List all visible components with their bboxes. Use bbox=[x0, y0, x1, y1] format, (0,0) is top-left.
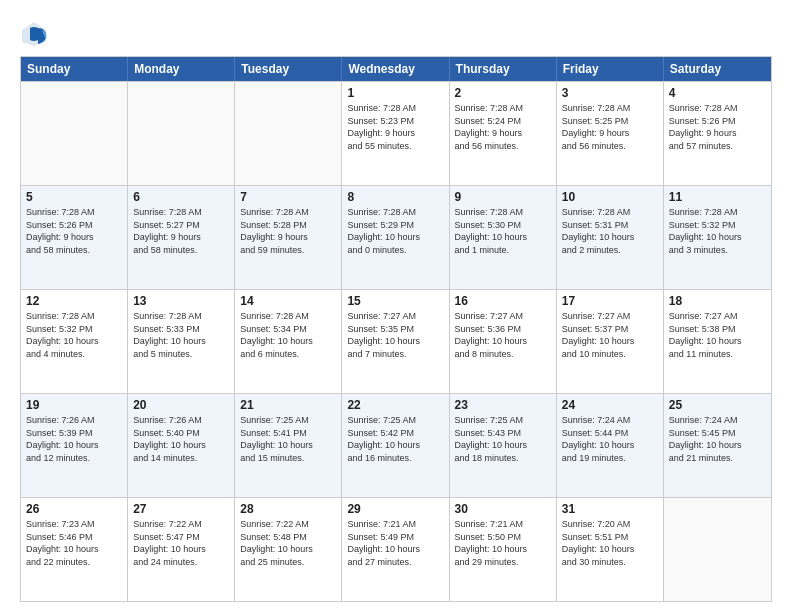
day-number: 3 bbox=[562, 86, 658, 100]
day-number: 29 bbox=[347, 502, 443, 516]
day-info: Sunrise: 7:25 AM Sunset: 5:41 PM Dayligh… bbox=[240, 414, 336, 464]
calendar-cell-w5-d3: 28Sunrise: 7:22 AM Sunset: 5:48 PM Dayli… bbox=[235, 498, 342, 601]
calendar-cell-w2-d5: 9Sunrise: 7:28 AM Sunset: 5:30 PM Daylig… bbox=[450, 186, 557, 289]
calendar-cell-w4-d1: 19Sunrise: 7:26 AM Sunset: 5:39 PM Dayli… bbox=[21, 394, 128, 497]
calendar-cell-w1-d6: 3Sunrise: 7:28 AM Sunset: 5:25 PM Daylig… bbox=[557, 82, 664, 185]
day-number: 8 bbox=[347, 190, 443, 204]
header-day-tuesday: Tuesday bbox=[235, 57, 342, 81]
calendar-row-2: 5Sunrise: 7:28 AM Sunset: 5:26 PM Daylig… bbox=[21, 185, 771, 289]
day-info: Sunrise: 7:28 AM Sunset: 5:32 PM Dayligh… bbox=[26, 310, 122, 360]
day-number: 12 bbox=[26, 294, 122, 308]
day-info: Sunrise: 7:28 AM Sunset: 5:28 PM Dayligh… bbox=[240, 206, 336, 256]
day-number: 27 bbox=[133, 502, 229, 516]
day-info: Sunrise: 7:24 AM Sunset: 5:44 PM Dayligh… bbox=[562, 414, 658, 464]
calendar-row-1: 1Sunrise: 7:28 AM Sunset: 5:23 PM Daylig… bbox=[21, 81, 771, 185]
calendar-cell-w4-d3: 21Sunrise: 7:25 AM Sunset: 5:41 PM Dayli… bbox=[235, 394, 342, 497]
day-number: 10 bbox=[562, 190, 658, 204]
calendar-cell-w2-d3: 7Sunrise: 7:28 AM Sunset: 5:28 PM Daylig… bbox=[235, 186, 342, 289]
page: SundayMondayTuesdayWednesdayThursdayFrid… bbox=[0, 0, 792, 612]
logo bbox=[20, 20, 52, 48]
day-info: Sunrise: 7:26 AM Sunset: 5:39 PM Dayligh… bbox=[26, 414, 122, 464]
day-info: Sunrise: 7:27 AM Sunset: 5:37 PM Dayligh… bbox=[562, 310, 658, 360]
day-number: 28 bbox=[240, 502, 336, 516]
day-info: Sunrise: 7:28 AM Sunset: 5:24 PM Dayligh… bbox=[455, 102, 551, 152]
calendar-cell-w4-d7: 25Sunrise: 7:24 AM Sunset: 5:45 PM Dayli… bbox=[664, 394, 771, 497]
day-number: 31 bbox=[562, 502, 658, 516]
day-number: 13 bbox=[133, 294, 229, 308]
day-info: Sunrise: 7:27 AM Sunset: 5:38 PM Dayligh… bbox=[669, 310, 766, 360]
calendar-cell-w3-d5: 16Sunrise: 7:27 AM Sunset: 5:36 PM Dayli… bbox=[450, 290, 557, 393]
header-day-thursday: Thursday bbox=[450, 57, 557, 81]
day-info: Sunrise: 7:28 AM Sunset: 5:30 PM Dayligh… bbox=[455, 206, 551, 256]
calendar-header: SundayMondayTuesdayWednesdayThursdayFrid… bbox=[21, 57, 771, 81]
day-info: Sunrise: 7:26 AM Sunset: 5:40 PM Dayligh… bbox=[133, 414, 229, 464]
calendar-cell-w2-d7: 11Sunrise: 7:28 AM Sunset: 5:32 PM Dayli… bbox=[664, 186, 771, 289]
calendar-cell-w5-d6: 31Sunrise: 7:20 AM Sunset: 5:51 PM Dayli… bbox=[557, 498, 664, 601]
logo-icon bbox=[20, 20, 48, 48]
calendar-cell-w4-d6: 24Sunrise: 7:24 AM Sunset: 5:44 PM Dayli… bbox=[557, 394, 664, 497]
calendar-cell-w3-d2: 13Sunrise: 7:28 AM Sunset: 5:33 PM Dayli… bbox=[128, 290, 235, 393]
calendar-row-5: 26Sunrise: 7:23 AM Sunset: 5:46 PM Dayli… bbox=[21, 497, 771, 601]
day-number: 24 bbox=[562, 398, 658, 412]
day-number: 17 bbox=[562, 294, 658, 308]
day-info: Sunrise: 7:28 AM Sunset: 5:31 PM Dayligh… bbox=[562, 206, 658, 256]
day-number: 11 bbox=[669, 190, 766, 204]
calendar-cell-w5-d7 bbox=[664, 498, 771, 601]
calendar-cell-w5-d4: 29Sunrise: 7:21 AM Sunset: 5:49 PM Dayli… bbox=[342, 498, 449, 601]
day-number: 30 bbox=[455, 502, 551, 516]
day-number: 9 bbox=[455, 190, 551, 204]
day-number: 5 bbox=[26, 190, 122, 204]
calendar-cell-w3-d6: 17Sunrise: 7:27 AM Sunset: 5:37 PM Dayli… bbox=[557, 290, 664, 393]
calendar-cell-w3-d4: 15Sunrise: 7:27 AM Sunset: 5:35 PM Dayli… bbox=[342, 290, 449, 393]
header-day-sunday: Sunday bbox=[21, 57, 128, 81]
day-info: Sunrise: 7:28 AM Sunset: 5:26 PM Dayligh… bbox=[669, 102, 766, 152]
day-number: 1 bbox=[347, 86, 443, 100]
day-info: Sunrise: 7:25 AM Sunset: 5:43 PM Dayligh… bbox=[455, 414, 551, 464]
day-number: 23 bbox=[455, 398, 551, 412]
day-info: Sunrise: 7:21 AM Sunset: 5:49 PM Dayligh… bbox=[347, 518, 443, 568]
day-info: Sunrise: 7:28 AM Sunset: 5:34 PM Dayligh… bbox=[240, 310, 336, 360]
day-info: Sunrise: 7:27 AM Sunset: 5:35 PM Dayligh… bbox=[347, 310, 443, 360]
day-info: Sunrise: 7:23 AM Sunset: 5:46 PM Dayligh… bbox=[26, 518, 122, 568]
day-info: Sunrise: 7:28 AM Sunset: 5:32 PM Dayligh… bbox=[669, 206, 766, 256]
day-number: 26 bbox=[26, 502, 122, 516]
header-day-wednesday: Wednesday bbox=[342, 57, 449, 81]
calendar-row-3: 12Sunrise: 7:28 AM Sunset: 5:32 PM Dayli… bbox=[21, 289, 771, 393]
calendar-cell-w2-d2: 6Sunrise: 7:28 AM Sunset: 5:27 PM Daylig… bbox=[128, 186, 235, 289]
calendar-cell-w2-d1: 5Sunrise: 7:28 AM Sunset: 5:26 PM Daylig… bbox=[21, 186, 128, 289]
day-info: Sunrise: 7:22 AM Sunset: 5:47 PM Dayligh… bbox=[133, 518, 229, 568]
day-info: Sunrise: 7:22 AM Sunset: 5:48 PM Dayligh… bbox=[240, 518, 336, 568]
calendar-cell-w1-d3 bbox=[235, 82, 342, 185]
day-number: 4 bbox=[669, 86, 766, 100]
calendar-cell-w1-d7: 4Sunrise: 7:28 AM Sunset: 5:26 PM Daylig… bbox=[664, 82, 771, 185]
calendar-cell-w5-d5: 30Sunrise: 7:21 AM Sunset: 5:50 PM Dayli… bbox=[450, 498, 557, 601]
day-number: 22 bbox=[347, 398, 443, 412]
day-number: 2 bbox=[455, 86, 551, 100]
calendar-cell-w5-d2: 27Sunrise: 7:22 AM Sunset: 5:47 PM Dayli… bbox=[128, 498, 235, 601]
calendar-body: 1Sunrise: 7:28 AM Sunset: 5:23 PM Daylig… bbox=[21, 81, 771, 601]
calendar-cell-w4-d2: 20Sunrise: 7:26 AM Sunset: 5:40 PM Dayli… bbox=[128, 394, 235, 497]
calendar-cell-w3-d7: 18Sunrise: 7:27 AM Sunset: 5:38 PM Dayli… bbox=[664, 290, 771, 393]
calendar-cell-w1-d4: 1Sunrise: 7:28 AM Sunset: 5:23 PM Daylig… bbox=[342, 82, 449, 185]
day-number: 7 bbox=[240, 190, 336, 204]
day-info: Sunrise: 7:20 AM Sunset: 5:51 PM Dayligh… bbox=[562, 518, 658, 568]
day-number: 19 bbox=[26, 398, 122, 412]
calendar-cell-w3-d1: 12Sunrise: 7:28 AM Sunset: 5:32 PM Dayli… bbox=[21, 290, 128, 393]
day-number: 25 bbox=[669, 398, 766, 412]
day-number: 6 bbox=[133, 190, 229, 204]
day-number: 16 bbox=[455, 294, 551, 308]
day-number: 20 bbox=[133, 398, 229, 412]
calendar-cell-w2-d4: 8Sunrise: 7:28 AM Sunset: 5:29 PM Daylig… bbox=[342, 186, 449, 289]
header-day-friday: Friday bbox=[557, 57, 664, 81]
calendar-cell-w4-d5: 23Sunrise: 7:25 AM Sunset: 5:43 PM Dayli… bbox=[450, 394, 557, 497]
calendar-row-4: 19Sunrise: 7:26 AM Sunset: 5:39 PM Dayli… bbox=[21, 393, 771, 497]
calendar-cell-w2-d6: 10Sunrise: 7:28 AM Sunset: 5:31 PM Dayli… bbox=[557, 186, 664, 289]
day-info: Sunrise: 7:28 AM Sunset: 5:29 PM Dayligh… bbox=[347, 206, 443, 256]
day-number: 15 bbox=[347, 294, 443, 308]
day-info: Sunrise: 7:28 AM Sunset: 5:25 PM Dayligh… bbox=[562, 102, 658, 152]
calendar-cell-w1-d2 bbox=[128, 82, 235, 185]
calendar-cell-w1-d5: 2Sunrise: 7:28 AM Sunset: 5:24 PM Daylig… bbox=[450, 82, 557, 185]
day-info: Sunrise: 7:25 AM Sunset: 5:42 PM Dayligh… bbox=[347, 414, 443, 464]
day-number: 21 bbox=[240, 398, 336, 412]
calendar-cell-w3-d3: 14Sunrise: 7:28 AM Sunset: 5:34 PM Dayli… bbox=[235, 290, 342, 393]
